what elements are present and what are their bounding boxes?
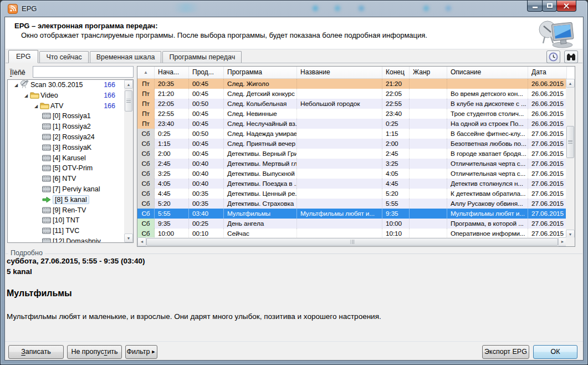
scroll-left-button[interactable]: ◄ [137, 237, 146, 246]
cell-start[interactable]: 2:00 [155, 149, 189, 159]
cell-day[interactable]: Сб [137, 149, 155, 159]
cell-start[interactable]: 20:35 [155, 79, 189, 89]
cell-genre[interactable] [410, 169, 447, 179]
column-header-name[interactable]: Название [297, 67, 382, 78]
column-header-desc[interactable]: Описание [447, 67, 528, 78]
cell-name[interactable] [297, 159, 382, 169]
cell-name[interactable] [297, 189, 382, 199]
cell-day[interactable]: Сб [137, 139, 155, 149]
tree-item-13[interactable]: [10] TNT [8, 215, 133, 226]
cell-date[interactable]: 27.06.2015 [528, 129, 567, 139]
cell-name[interactable] [297, 109, 382, 119]
tree-item-8[interactable]: [5] OTV-Prim [8, 163, 133, 174]
cell-start[interactable]: 22:55 [155, 109, 189, 119]
tree-item-7[interactable]: [4] Karusel [8, 153, 133, 164]
cell-dur[interactable]: 00:50 [189, 99, 224, 109]
cell-day[interactable]: Сб [137, 179, 155, 189]
table-row-6[interactable]: Сб1:1500:45След. Приятный вечер2:00Безот… [137, 139, 567, 149]
cell-program[interactable]: След. Приятный вечер [224, 139, 297, 149]
cell-genre[interactable] [410, 189, 447, 199]
table-row-8[interactable]: Сб2:4500:40Детективы. Мертвый гл...3:25О… [137, 159, 567, 169]
cell-end[interactable]: 10:00 [382, 219, 410, 229]
minimize-button[interactable] [527, 1, 543, 12]
tree-item-2[interactable]: ◢ATV166 [8, 101, 133, 111]
table-row-12[interactable]: Сб5:2000:35Детективы. Страховка5:55Аллу … [137, 199, 567, 209]
cell-end[interactable]: 2:00 [382, 139, 410, 149]
cell-end[interactable]: 22:55 [382, 99, 410, 109]
table-row-3[interactable]: Пт22:5500:45След. Невинные23:40Трое студ… [137, 109, 567, 119]
cell-day[interactable]: Сб [137, 159, 155, 169]
cell-dur[interactable]: 00:45 [189, 109, 224, 119]
cell-genre[interactable] [410, 119, 447, 129]
cell-desc[interactable]: Детектив столкнулся н... [447, 179, 528, 189]
cell-genre[interactable] [410, 149, 447, 159]
clock-button[interactable] [546, 50, 560, 63]
close-button[interactable] [556, 1, 576, 12]
cell-day[interactable]: Сб [137, 199, 155, 209]
tree-item-5[interactable]: [2] Rossiya24 [8, 132, 133, 143]
tree-item-9[interactable]: [6] NTV [8, 174, 133, 184]
table-row-5[interactable]: Сб0:2500:50След. Надежда умирает...1:15В… [137, 129, 567, 139]
cell-day[interactable]: Сб [137, 209, 155, 219]
cell-day[interactable]: Сб [137, 189, 155, 199]
cell-start[interactable]: 21:20 [155, 89, 189, 99]
column-header-dur[interactable]: Прод... [189, 67, 224, 78]
column-header-start[interactable]: Нача... [155, 67, 189, 78]
cell-dur[interactable]: 00:40 [189, 169, 224, 179]
cell-date[interactable]: 26.06.2015 [528, 79, 567, 89]
column-sort[interactable]: ▲ [137, 67, 155, 78]
table-hscrollbar[interactable]: ◄ ► [137, 237, 567, 246]
cell-program[interactable]: Детективы. Ценный ре... [224, 189, 297, 199]
cell-desc[interactable]: На одной из строек По... [447, 119, 528, 129]
cell-day[interactable]: Пт [137, 79, 155, 89]
cell-program[interactable]: След. Жиголо [224, 79, 297, 89]
scroll-up-button[interactable]: ▲ [124, 80, 133, 89]
scroll-thumb[interactable] [566, 126, 574, 158]
tree-item-0[interactable]: ◢Scan 30.05.2015166 [8, 80, 133, 90]
table-row-1[interactable]: Пт21:2000:45След. Детский конкурс ...22:… [137, 89, 567, 99]
cell-genre[interactable] [410, 159, 447, 169]
cell-date[interactable]: 27.06.2015 [528, 179, 567, 189]
cell-date[interactable]: 26.06.2015 [528, 99, 567, 109]
cell-dur[interactable]: 00:45 [189, 139, 224, 149]
scroll-down-button[interactable]: ▼ [124, 234, 133, 242]
cell-start[interactable]: 2:45 [155, 159, 189, 169]
cell-dur[interactable]: 03:40 [189, 209, 224, 219]
table-row-10[interactable]: Сб4:0500:40Детективы. Поездка в ...4:45Д… [137, 179, 567, 189]
cell-dur[interactable]: 00:45 [189, 79, 224, 89]
cell-genre[interactable] [410, 99, 447, 109]
cell-name[interactable] [297, 89, 382, 99]
cell-desc[interactable]: Во время детского кон... [447, 89, 528, 99]
cell-start[interactable]: 23:40 [155, 119, 189, 129]
cell-date[interactable]: 27.06.2015 [528, 189, 567, 199]
cell-genre[interactable] [410, 129, 447, 139]
cell-genre[interactable] [410, 219, 447, 229]
cell-name[interactable] [297, 139, 382, 149]
cell-name[interactable]: Мультфильмы любят и... [297, 209, 382, 219]
cell-genre[interactable] [410, 79, 447, 89]
cell-genre[interactable] [410, 179, 447, 189]
cell-end[interactable]: 0:25 [382, 119, 410, 129]
cell-dur[interactable]: 00:40 [189, 159, 224, 169]
cell-genre[interactable] [410, 89, 447, 99]
cell-date[interactable]: 27.06.2015 [528, 159, 567, 169]
cell-date[interactable]: 27.06.2015 [528, 149, 567, 159]
cell-desc[interactable]: К детективам обратила... [447, 189, 528, 199]
cell-date[interactable]: 26.06.2015 [528, 119, 567, 129]
cell-desc[interactable]: Отличительная черта с... [447, 159, 528, 169]
cell-name[interactable] [297, 179, 382, 189]
cell-genre[interactable] [410, 139, 447, 149]
cell-day[interactable]: Пт [137, 119, 155, 129]
tree-item-6[interactable]: [3] RossiyaK [8, 143, 133, 153]
cell-desc[interactable] [447, 79, 528, 89]
tree-item-10[interactable]: [7] Perviy kanal [8, 184, 133, 195]
cell-genre[interactable] [410, 199, 447, 209]
cell-desc[interactable]: Мультфильмы любят и... [447, 209, 528, 219]
tab-0[interactable]: EPG [8, 50, 38, 63]
cell-program[interactable]: След. Колыбельная [224, 99, 297, 109]
expander-icon[interactable]: ◢ [32, 102, 40, 112]
cell-dur[interactable]: 00:50 [189, 129, 224, 139]
table-row-4[interactable]: Пт23:4000:45След. Неслучайный вз...0:25Н… [137, 119, 567, 129]
cell-name[interactable] [297, 149, 382, 159]
cell-program[interactable]: След. Невинные [224, 109, 297, 119]
